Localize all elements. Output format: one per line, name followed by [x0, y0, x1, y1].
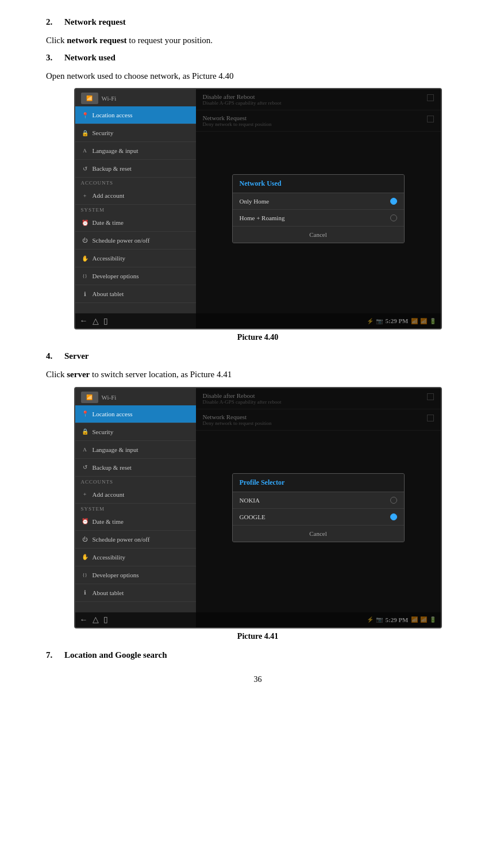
sidebar-item-schedule-label-441: Schedule power on/off	[93, 536, 150, 543]
dialog-title-441: Profile Selector	[233, 474, 404, 492]
dialog-440: Network Used Only Home Home + Roaming Ca…	[232, 174, 405, 243]
only-home-radio-440[interactable]	[390, 198, 397, 205]
sidebar-item-schedule-440[interactable]: ⏻ Schedule power on/off	[75, 232, 196, 250]
sidebar-item-backup-label-441: Backup & reset	[93, 464, 132, 471]
system-label-441: SYSTEM	[75, 504, 196, 513]
screenshot-441: 📶 Wi-Fi 📍 Location access 🔒 Security A L…	[74, 387, 442, 628]
wifi-icon-441: 📶	[81, 392, 98, 403]
dialog-441: Profile Selector NOKIA GOOGLE Cancel	[232, 473, 405, 542]
sidebar-item-backup-440[interactable]: ↺ Backup & reset	[75, 160, 196, 178]
sidebar-item-date-441[interactable]: ⏰ Date & time	[75, 513, 196, 531]
item-2-bold: network request	[67, 36, 126, 45]
about-icon-441: ℹ	[81, 589, 89, 597]
recents-button-441[interactable]: ▯	[103, 615, 108, 624]
sidebar-item-date-label-440: Date & time	[93, 219, 124, 226]
dialog-cancel-440[interactable]: Cancel	[233, 227, 404, 243]
back-button-441[interactable]: ←	[80, 615, 88, 624]
sidebar-item-accessibility-441[interactable]: ✋ Accessibility	[75, 549, 196, 566]
item-4-heading: Server	[64, 351, 89, 361]
only-home-label-440: Only Home	[240, 198, 270, 205]
item-7: 7. Location and Google search	[46, 650, 470, 664]
sidebar-header-label-440: Wi-Fi	[102, 95, 117, 102]
google-radio-441[interactable]	[390, 513, 397, 520]
sidebar-item-accessibility-label-440: Accessibility	[93, 255, 125, 262]
item-7-heading: Location and Google search	[64, 650, 167, 660]
backup-icon-441: ↺	[81, 463, 89, 471]
page-number: 36	[46, 675, 470, 684]
accessibility-icon-441: ✋	[81, 553, 89, 561]
sidebar-item-schedule-label-440: Schedule power on/off	[93, 237, 150, 244]
security-icon-440: 🔒	[81, 129, 89, 137]
sidebar-item-backup-441[interactable]: ↺ Backup & reset	[75, 459, 196, 477]
dialog-overlay-440: Network Used Only Home Home + Roaming Ca…	[196, 89, 441, 328]
caption-440: Picture 4.40	[46, 333, 470, 342]
wifi-icon-440: 📶	[81, 93, 98, 104]
schedule-icon-441: ⏻	[81, 535, 89, 543]
page-content: 2. Network request Click network request…	[46, 17, 470, 696]
about-icon-440: ℹ	[81, 290, 89, 298]
roaming-label-440: Home + Roaming	[240, 214, 285, 221]
sidebar-item-security-440[interactable]: 🔒 Security	[75, 124, 196, 142]
sidebar-item-security-label-441: Security	[93, 428, 114, 435]
sidebar-item-security-441[interactable]: 🔒 Security	[75, 423, 196, 441]
sidebar-item-location-441[interactable]: 📍 Location access	[75, 405, 196, 423]
item-4-body-after: to switch server location, as Picture 4.…	[90, 370, 232, 379]
right-panel-441: Disable after Reboot Disable A-GPS capab…	[196, 388, 441, 627]
item-2-number: 2.	[46, 17, 57, 30]
back-button-440[interactable]: ←	[80, 316, 88, 325]
sidebar-item-add-account-441[interactable]: + Add account	[75, 486, 196, 504]
sidebar-item-developer-label-440: Developer options	[93, 273, 139, 279]
nav-buttons-441: ← △ ▯	[80, 615, 108, 624]
dialog-option-google-441[interactable]: GOOGLE	[233, 509, 404, 526]
item-3-number: 3.	[46, 53, 57, 66]
item-3-body: Open network used to choose network, as …	[46, 70, 470, 83]
nokia-radio-441[interactable]	[390, 497, 397, 504]
item-4-bold: server	[67, 370, 90, 379]
recents-button-440[interactable]: ▯	[103, 316, 108, 326]
sidebar-header-440: 📶 Wi-Fi	[75, 89, 196, 106]
sidebar-item-date-440[interactable]: ⏰ Date & time	[75, 214, 196, 232]
sidebar-item-developer-441[interactable]: {} Developer options	[75, 566, 196, 584]
nokia-label-441: NOKIA	[240, 497, 260, 504]
sidebar-item-backup-label-440: Backup & reset	[93, 165, 132, 172]
schedule-icon-440: ⏻	[81, 236, 89, 244]
sidebar-item-add-account-440[interactable]: + Add account	[75, 187, 196, 205]
sidebar-item-about-441[interactable]: ℹ About tablet	[75, 584, 196, 602]
sidebar-header-label-441: Wi-Fi	[102, 394, 117, 401]
location-icon-441: 📍	[81, 410, 89, 418]
developer-icon-441: {}	[81, 571, 89, 579]
dialog-overlay-441: Profile Selector NOKIA GOOGLE Cancel	[196, 388, 441, 627]
sidebar-item-language-441[interactable]: A Language & input	[75, 441, 196, 459]
sidebar-441: 📶 Wi-Fi 📍 Location access 🔒 Security A L…	[75, 388, 196, 627]
dialog-option-only-home-440[interactable]: Only Home	[233, 193, 404, 210]
right-panel-440: Disable after Reboot Disable A-GPS capab…	[196, 89, 441, 328]
caption-441: Picture 4.41	[46, 632, 470, 641]
location-icon-440: 📍	[81, 111, 89, 119]
sidebar-item-add-label-440: Add account	[93, 192, 125, 199]
developer-icon-440: {}	[81, 272, 89, 280]
accounts-label-441: ACCOUNTS	[75, 477, 196, 486]
item-4-number: 4.	[46, 351, 57, 365]
sidebar-item-developer-440[interactable]: {} Developer options	[75, 267, 196, 285]
sidebar-item-about-label-440: About tablet	[93, 290, 124, 297]
sidebar-item-schedule-441[interactable]: ⏻ Schedule power on/off	[75, 531, 196, 549]
language-icon-440: A	[81, 147, 89, 155]
home-button-441[interactable]: △	[93, 615, 99, 624]
dialog-option-roaming-440[interactable]: Home + Roaming	[233, 210, 404, 227]
date-icon-441: ⏰	[81, 517, 89, 526]
home-button-440[interactable]: △	[93, 316, 99, 326]
sidebar-item-language-440[interactable]: A Language & input	[75, 142, 196, 160]
item-2-body-after: to request your position.	[127, 36, 213, 45]
sidebar-item-about-440[interactable]: ℹ About tablet	[75, 285, 196, 303]
dialog-option-nokia-441[interactable]: NOKIA	[233, 492, 404, 509]
sidebar-item-accessibility-label-441: Accessibility	[93, 554, 125, 561]
sidebar-item-location-440[interactable]: 📍 Location access	[75, 106, 196, 124]
roaming-radio-440[interactable]	[390, 214, 397, 221]
sidebar-item-developer-label-441: Developer options	[93, 572, 139, 578]
security-icon-441: 🔒	[81, 428, 89, 436]
dialog-title-440: Network Used	[233, 175, 404, 193]
item-2-body: Click network request to request your po…	[46, 34, 470, 47]
accessibility-icon-440: ✋	[81, 254, 89, 262]
sidebar-item-accessibility-440[interactable]: ✋ Accessibility	[75, 250, 196, 267]
dialog-cancel-441[interactable]: Cancel	[233, 526, 404, 542]
